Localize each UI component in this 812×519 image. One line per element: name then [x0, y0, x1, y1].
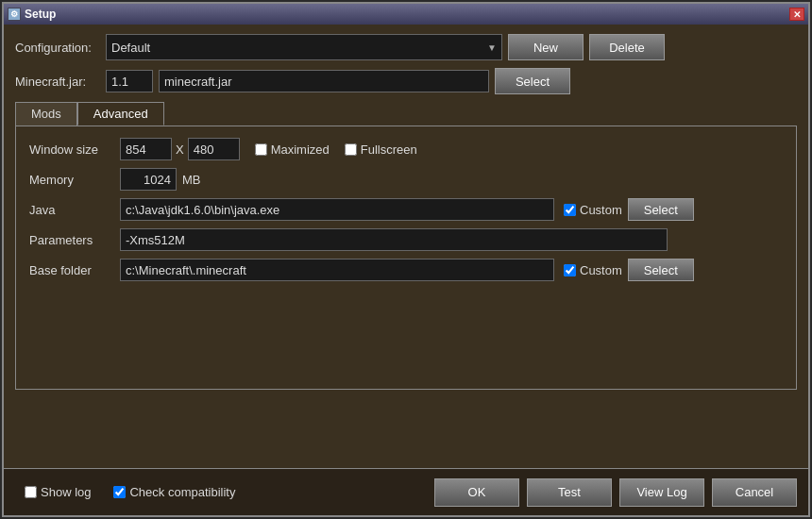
- footer: Show log Check compatibility OK Test Vie…: [4, 468, 808, 515]
- base-folder-input[interactable]: [120, 259, 554, 281]
- params-input[interactable]: [120, 228, 668, 251]
- tab-mods[interactable]: Mods: [15, 102, 77, 126]
- footer-right: OK Test View Log Cancel: [434, 478, 797, 507]
- show-log-label[interactable]: Show log: [25, 485, 91, 499]
- show-log-checkbox[interactable]: [25, 486, 37, 498]
- check-compat-checkbox[interactable]: [113, 486, 126, 498]
- cancel-button[interactable]: Cancel: [712, 478, 797, 507]
- footer-left: Show log Check compatibility: [15, 485, 427, 499]
- window-size-label: Window size: [29, 142, 114, 157]
- memory-input[interactable]: [120, 168, 177, 191]
- java-custom-checkbox[interactable]: [564, 204, 576, 216]
- window-size-row: Window size X Maximized Fullscreen: [29, 138, 783, 160]
- java-path-input[interactable]: [120, 198, 554, 221]
- close-button[interactable]: ✕: [789, 8, 804, 21]
- jar-version-input[interactable]: [106, 70, 153, 92]
- minecraft-jar-label: Minecraft.jar:: [15, 75, 100, 89]
- base-folder-label: Base folder: [29, 263, 114, 277]
- title-bar: ⚙ Setup ✕: [4, 4, 808, 25]
- jar-select-button[interactable]: Select: [495, 68, 570, 94]
- window-icon: ⚙: [8, 8, 21, 21]
- window-title: Setup: [25, 8, 56, 21]
- parameters-row: Parameters: [29, 228, 783, 251]
- memory-row: Memory MB: [29, 168, 783, 191]
- tab-advanced[interactable]: Advanced: [77, 102, 164, 126]
- tabs: Mods Advanced: [15, 102, 797, 126]
- params-label: Parameters: [29, 233, 114, 247]
- test-button[interactable]: Test: [527, 478, 612, 507]
- view-log-button[interactable]: View Log: [619, 478, 704, 507]
- check-compat-label[interactable]: Check compatibility: [113, 485, 235, 499]
- jar-path-input[interactable]: [159, 70, 489, 92]
- tab-content-advanced: Window size X Maximized Fullscreen Memor…: [15, 126, 797, 390]
- fullscreen-checkbox[interactable]: [345, 143, 357, 156]
- base-folder-custom-checkbox-label[interactable]: Custom: [564, 263, 622, 277]
- java-row: Java Custom Select: [29, 198, 783, 221]
- minecraft-jar-row: Minecraft.jar: Select: [15, 68, 797, 94]
- ok-button[interactable]: OK: [434, 478, 519, 507]
- x-separator: X: [176, 142, 184, 157]
- fullscreen-checkbox-label[interactable]: Fullscreen: [345, 142, 417, 157]
- config-select-wrapper: Default: [106, 34, 502, 60]
- base-folder-select-button[interactable]: Select: [628, 259, 694, 281]
- setup-window: ⚙ Setup ✕ Configuration: Default New Del…: [2, 2, 810, 517]
- new-button[interactable]: New: [508, 34, 584, 60]
- delete-button[interactable]: Delete: [589, 34, 665, 60]
- maximized-checkbox-label[interactable]: Maximized: [255, 142, 330, 157]
- main-content: Configuration: Default New Delete Minecr…: [4, 25, 808, 399]
- window-height-input[interactable]: [188, 138, 240, 160]
- mb-label: MB: [182, 173, 201, 187]
- java-custom-checkbox-label[interactable]: Custom: [564, 203, 622, 217]
- base-folder-custom-checkbox[interactable]: [564, 264, 576, 276]
- configuration-row: Configuration: Default New Delete: [15, 34, 797, 60]
- java-label: Java: [29, 203, 114, 217]
- window-width-input[interactable]: [120, 138, 172, 160]
- memory-label: Memory: [29, 173, 114, 187]
- java-select-button[interactable]: Select: [628, 198, 694, 221]
- base-folder-row: Base folder Custom Select: [29, 259, 783, 281]
- config-select[interactable]: Default: [106, 34, 502, 60]
- config-label: Configuration:: [15, 41, 100, 55]
- maximized-checkbox[interactable]: [255, 143, 267, 156]
